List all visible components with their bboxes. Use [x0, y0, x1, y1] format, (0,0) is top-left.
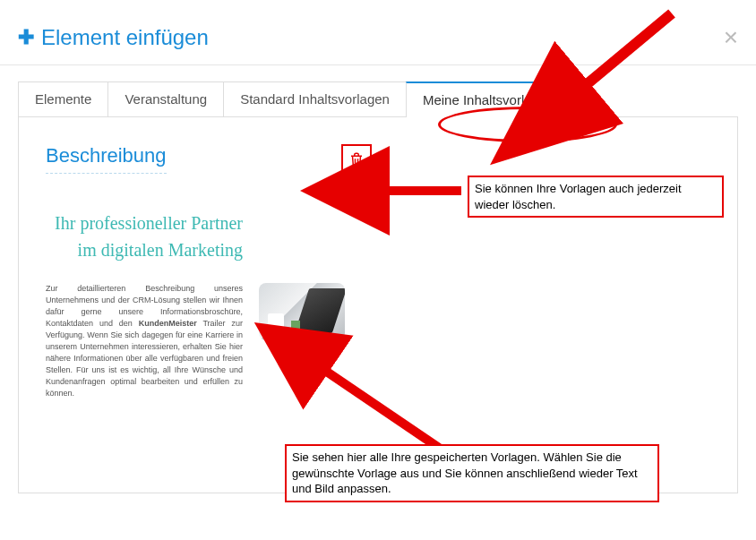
- close-icon: ×: [724, 23, 738, 51]
- tab-panel: Beschreibung Ihr professioneller Partner…: [18, 117, 738, 493]
- tab-label: Standard Inhaltsvorlagen: [240, 91, 390, 107]
- template-preview-image: [259, 283, 345, 340]
- preview-body-post: Trailer zur Verfügung. Wenn Sie sich dag…: [46, 319, 243, 398]
- delete-template-button[interactable]: [341, 144, 372, 175]
- tab-meine-inhaltsvorlagen[interactable]: Meine Inhaltsvorlagen: [406, 81, 571, 116]
- template-preview-heading: Ihr professioneller Partner im digitalen…: [46, 210, 243, 263]
- template-name[interactable]: Beschreibung: [46, 144, 167, 174]
- tab-label: Meine Inhaltsvorlagen: [423, 92, 554, 107]
- tab-label: Elemente: [35, 91, 91, 107]
- tab-label: Veranstaltung: [125, 91, 207, 107]
- modal-title: ✚ Element einfügen: [18, 25, 209, 50]
- template-preview-body: Zur detaillierteren Beschreibung unseres…: [46, 283, 243, 399]
- close-button[interactable]: ×: [724, 25, 738, 50]
- tab-elemente[interactable]: Elemente: [18, 81, 108, 116]
- plus-icon: ✚: [18, 26, 34, 49]
- tab-bar: Elemente Veranstaltung Standard Inhaltsv…: [18, 81, 738, 117]
- tab-standard-inhaltsvorlagen[interactable]: Standard Inhaltsvorlagen: [223, 81, 407, 116]
- modal-title-text: Element einfügen: [41, 25, 209, 50]
- preview-body-bold: KundenMeister: [139, 319, 197, 328]
- trash-icon: [348, 151, 365, 167]
- tab-veranstaltung[interactable]: Veranstaltung: [107, 81, 224, 116]
